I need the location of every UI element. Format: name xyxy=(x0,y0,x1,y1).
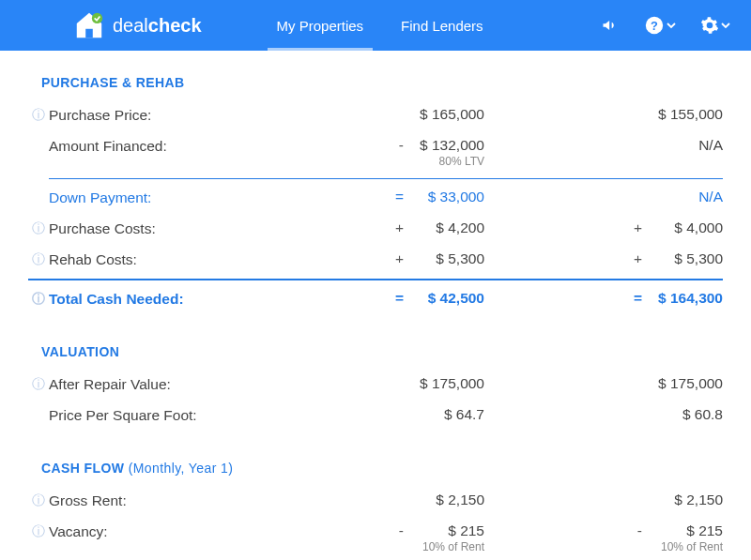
value-col2: $ 155,000 xyxy=(648,106,723,123)
subtext-col2: 10% of Rent xyxy=(661,540,723,553)
help-circle-icon[interactable]: ⓘ xyxy=(32,221,45,235)
app-header: dealcheck My Properties Find Lenders ? xyxy=(0,0,751,51)
app-logo[interactable]: dealcheck xyxy=(73,9,202,41)
nav-find-lenders[interactable]: Find Lenders xyxy=(382,0,502,51)
value-col2: $ 215 xyxy=(648,522,723,539)
row-after-repair-value: ⓘ After Repair Value: $ 175,000 $ 175,00… xyxy=(28,369,723,400)
label: Gross Rent: xyxy=(49,492,255,509)
label: Rehab Costs: xyxy=(49,250,255,268)
section-cash-flow: CASH FLOW (Monthly, Year 1) xyxy=(28,446,723,485)
value-col1: $ 42,500 xyxy=(409,290,484,307)
help-circle-icon[interactable]: ⓘ xyxy=(32,292,45,305)
row-price-per-sqft: Price Per Square Foot: $ 64.7 $ 60.8 xyxy=(28,400,723,431)
value-col2: $ 175,000 xyxy=(648,375,723,392)
value-col1: $ 33,000 xyxy=(409,189,484,205)
value-col2: $ 4,000 xyxy=(648,219,723,236)
svg-point-1 xyxy=(92,13,102,23)
divider xyxy=(49,178,723,179)
label: Purchase Costs: xyxy=(49,219,255,237)
main-nav: My Properties Find Lenders xyxy=(258,0,502,51)
value-col1: $ 4,200 xyxy=(409,219,484,236)
label: Total Cash Needed: xyxy=(49,290,255,308)
label: Purchase Price: xyxy=(49,106,255,124)
value-col2: N/A xyxy=(648,189,723,205)
svg-rect-0 xyxy=(85,29,93,38)
help-icon[interactable]: ? xyxy=(644,15,676,36)
help-circle-icon[interactable]: ⓘ xyxy=(32,108,45,121)
row-rehab-costs: ⓘ Rehab Costs: +$ 5,300 +$ 5,300 xyxy=(28,244,723,275)
value-col1: $ 64.7 xyxy=(409,406,484,423)
section-valuation: VALUATION xyxy=(28,329,723,369)
label: Price Per Square Foot: xyxy=(49,406,255,424)
row-vacancy: ⓘ Vacancy: - $ 215 10% of Rent - $ 215 1… xyxy=(28,516,723,560)
label: Down Payment: xyxy=(49,189,255,206)
value-col2: $ 60.8 xyxy=(648,406,723,423)
row-purchase-price: ⓘ Purchase Price: $ 165,000 $ 155,000 xyxy=(28,99,723,130)
svg-text:?: ? xyxy=(651,19,658,33)
row-purchase-costs: ⓘ Purchase Costs: +$ 4,200 +$ 4,000 xyxy=(28,213,723,244)
subtext-col1: 80% LTV xyxy=(439,155,484,168)
label: Amount Financed: xyxy=(49,137,255,155)
header-actions: ? xyxy=(601,15,730,36)
report-content: PURCHASE & REHAB ⓘ Purchase Price: $ 165… xyxy=(0,51,751,560)
megaphone-icon[interactable] xyxy=(601,16,620,35)
help-circle-icon[interactable]: ⓘ xyxy=(32,252,45,265)
row-amount-financed: Amount Financed: - $ 132,000 80% LTV N/A xyxy=(28,130,723,174)
value-col1: $ 165,000 xyxy=(409,106,484,123)
value-col2: $ 5,300 xyxy=(648,250,723,267)
value-col1: $ 132,000 xyxy=(409,137,484,154)
nav-my-properties[interactable]: My Properties xyxy=(258,0,383,51)
row-total-cash-needed: ⓘ Total Cash Needed: =$ 42,500 =$ 164,30… xyxy=(28,283,723,314)
label: Vacancy: xyxy=(49,522,255,540)
value-col1: $ 175,000 xyxy=(409,375,484,392)
label: After Repair Value: xyxy=(49,375,255,393)
row-gross-rent: ⓘ Gross Rent: $ 2,150 $ 2,150 xyxy=(28,485,723,516)
value-col2: $ 2,150 xyxy=(648,492,723,508)
value-col1: $ 5,300 xyxy=(409,250,484,267)
house-logo-icon xyxy=(73,9,105,41)
help-circle-icon[interactable]: ⓘ xyxy=(32,493,45,507)
value-col2: $ 164,300 xyxy=(648,290,723,307)
row-down-payment: Down Payment: =$ 33,000 N/A xyxy=(28,182,723,213)
divider-strong xyxy=(28,279,723,280)
logo-text: dealcheck xyxy=(113,15,202,37)
help-circle-icon[interactable]: ⓘ xyxy=(32,377,45,390)
subtext-col1: 10% of Rent xyxy=(422,540,484,553)
value-col1: $ 2,150 xyxy=(409,492,484,508)
settings-gear-icon[interactable] xyxy=(700,16,730,35)
section-purchase-rehab: PURCHASE & REHAB xyxy=(28,60,723,99)
value-col2: N/A xyxy=(648,137,723,154)
help-circle-icon[interactable]: ⓘ xyxy=(32,524,45,537)
value-col1: $ 215 xyxy=(409,522,484,539)
